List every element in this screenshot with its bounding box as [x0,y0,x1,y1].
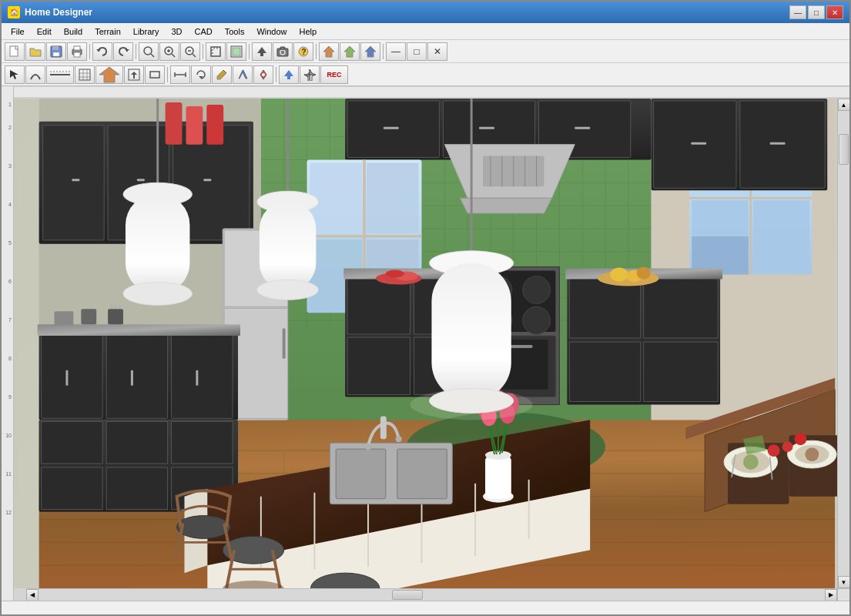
line-tool-button[interactable] [46,65,74,84]
svg-point-230 [123,283,192,306]
svg-marker-33 [344,46,355,57]
menu-file[interactable]: File [5,25,31,38]
svg-rect-137 [42,421,103,464]
up-arrow-button[interactable] [279,65,299,84]
menu-edit[interactable]: Edit [31,25,58,38]
scroll-thumb-right[interactable] [839,134,849,165]
structure-button[interactable] [95,65,123,84]
menu-3d[interactable]: 3D [165,25,188,38]
canvas-area[interactable]: ▲ ▼ ◀ ▶ [14,86,849,601]
rectangle-tool-button[interactable] [145,65,165,84]
svg-point-177 [523,276,551,304]
svg-rect-117 [43,126,105,240]
svg-point-254 [805,447,819,461]
svg-rect-209 [336,449,386,499]
menu-terrain[interactable]: Terrain [89,25,127,38]
open-button[interactable] [25,42,45,61]
status-bar [2,601,849,614]
svg-rect-18 [211,47,220,56]
menu-library[interactable]: Library [127,25,166,38]
close-pane-button[interactable]: ✕ [427,42,447,61]
svg-rect-135 [196,370,198,386]
svg-marker-32 [323,46,334,57]
cross-button[interactable] [300,65,320,84]
svg-line-12 [172,54,175,57]
svg-point-212 [396,436,402,442]
save-tool-button[interactable] [124,65,144,84]
svg-rect-130 [106,330,168,418]
redo-button[interactable] [113,42,133,61]
svg-rect-29 [280,47,285,49]
curve-tool-button[interactable] [25,65,45,84]
svg-rect-58 [14,86,849,99]
svg-point-257 [794,433,806,445]
scroll-track-bottom[interactable] [39,589,825,601]
svg-marker-43 [99,67,119,82]
minimize-window-button[interactable]: — [386,42,406,61]
restore-button[interactable]: □ [407,42,427,61]
svg-rect-129 [42,330,103,418]
svg-marker-53 [284,70,293,76]
scroll-track-right[interactable] [838,111,849,576]
rotate-button[interactable] [191,65,211,84]
build-view-button[interactable] [360,42,380,61]
print-button[interactable] [67,42,87,61]
menu-cad[interactable]: CAD [188,25,218,38]
svg-point-192 [637,267,651,280]
terrain-view-button[interactable] [340,42,360,61]
scroll-corner [837,588,849,601]
scroll-right-arrow[interactable]: ▶ [825,589,837,601]
zoom-in-button[interactable] [159,42,179,61]
3d-scene[interactable] [14,99,837,588]
svg-rect-5 [74,46,80,50]
edit-button[interactable] [212,65,232,84]
minimize-button[interactable]: — [789,5,806,19]
zoom-out-button[interactable] [180,42,200,61]
record-button[interactable]: REC [320,65,348,84]
separator-1 [89,44,90,59]
maximize-button[interactable]: □ [808,5,825,19]
menu-help[interactable]: Help [293,25,323,38]
separator-8 [276,67,276,82]
select-tool-button[interactable] [5,65,25,84]
ruler-left: 1 2 3 4 5 6 7 8 9 10 11 12 [2,86,14,601]
house-button[interactable] [319,42,339,61]
svg-point-9 [144,47,152,55]
menu-window[interactable]: Window [250,25,293,38]
scrollbar-bottom[interactable]: ◀ ▶ [26,588,837,601]
grid-tool-button[interactable] [75,65,95,84]
fit-button[interactable] [206,42,226,61]
separator-5 [316,44,317,59]
svg-rect-267 [166,102,183,145]
scroll-down-arrow[interactable]: ▼ [838,576,850,588]
measure-button[interactable] [170,65,190,84]
menu-bar: File Edit Build Terrain Library 3D CAD T… [2,23,849,40]
svg-rect-215 [485,457,511,499]
svg-point-255 [768,444,780,457]
scroll-thumb-bottom[interactable] [392,590,423,600]
svg-rect-153 [310,162,362,233]
menu-tools[interactable]: Tools [219,25,251,38]
undo-button[interactable] [92,42,112,61]
save-button[interactable] [46,42,66,61]
scroll-up-arrow[interactable]: ▲ [838,99,850,111]
draw-button[interactable] [233,65,253,84]
svg-rect-166 [347,277,410,335]
camera-button[interactable] [273,42,293,61]
svg-point-190 [610,268,628,282]
menu-build[interactable]: Build [58,25,89,38]
zoom-button[interactable] [139,42,159,61]
close-button[interactable]: ✕ [826,5,843,19]
help-button[interactable]: ? [293,42,313,61]
svg-rect-268 [186,106,203,145]
color-button[interactable] [253,65,273,84]
svg-point-179 [523,306,551,334]
scrollbar-right[interactable]: ▲ ▼ [837,99,849,588]
new-button[interactable] [5,42,25,61]
svg-rect-187 [644,342,718,402]
svg-rect-46 [150,72,159,78]
scroll-left-arrow[interactable]: ◀ [26,589,39,601]
svg-rect-149 [575,127,590,129]
fill-button[interactable] [226,42,246,61]
arrow-up-button[interactable] [252,42,272,61]
